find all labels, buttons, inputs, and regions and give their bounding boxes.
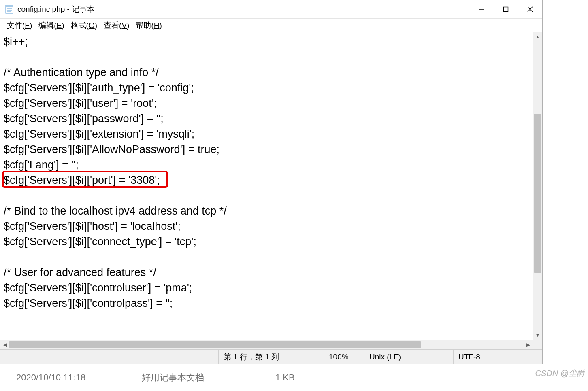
titlebar: config.inc.php - 记事本	[0, 0, 542, 19]
editor-line	[4, 49, 530, 65]
vscroll-thumb[interactable]	[534, 114, 541, 273]
status-encoding: UTF-8	[453, 350, 542, 364]
editor-line: $cfg['Servers'][$i]['AllowNoPassword'] =…	[4, 142, 530, 157]
editor-line: $cfg['Servers'][$i]['connect_type'] = 't…	[4, 234, 530, 249]
editor-line: $cfg['Servers'][$i]['host'] = 'localhost…	[4, 219, 530, 234]
close-icon	[527, 6, 533, 12]
editor-line: /* User for advanced features */	[4, 265, 530, 280]
background-cropped-row: 2020/10/10 11:18 好用记事本文档 1 KB	[0, 364, 588, 391]
menu-format[interactable]: 格式(O)	[68, 19, 100, 32]
statusbar: 第 1 行，第 1 列 100% Unix (LF) UTF-8	[0, 349, 542, 364]
editor-line: /* Authentication type and info */	[4, 65, 530, 80]
svg-rect-1	[6, 5, 13, 7]
svg-rect-6	[504, 7, 508, 12]
maximize-icon	[503, 6, 509, 12]
scroll-down-arrow-icon[interactable]: ▼	[533, 331, 542, 340]
status-position: 第 1 行，第 1 列	[218, 350, 324, 364]
menu-help[interactable]: 帮助(H)	[133, 19, 164, 32]
editor-line: $cfg['Servers'][$i]['password'] = '';	[4, 111, 530, 126]
menu-view[interactable]: 查看(V)	[101, 19, 132, 32]
maximize-button[interactable]	[494, 0, 518, 18]
editor-line: $cfg['Lang'] = '';	[4, 157, 530, 172]
scroll-up-arrow-icon[interactable]: ▲	[533, 32, 542, 41]
editor-line	[4, 188, 530, 203]
editor-line: $cfg['Servers'][$i]['extension'] = 'mysq…	[4, 126, 530, 142]
scroll-left-arrow-icon[interactable]: ◀	[0, 340, 9, 349]
menu-edit[interactable]: 编辑(E)	[36, 19, 66, 32]
notepad-icon	[4, 4, 14, 14]
status-line-ending: Unix (LF)	[364, 350, 453, 364]
editor-area: $i++; /* Authentication type and info */…	[0, 32, 542, 340]
minimize-icon	[479, 6, 484, 12]
close-button[interactable]	[518, 0, 542, 18]
menu-file[interactable]: 文件(F)	[4, 19, 34, 32]
vertical-scrollbar[interactable]: ▲ ▼	[533, 32, 542, 340]
editor-line	[4, 249, 530, 265]
hscroll-track[interactable]	[9, 340, 524, 349]
editor-line: $cfg['Servers'][$i]['auth_type'] = 'conf…	[4, 80, 530, 96]
status-zoom: 100%	[324, 350, 364, 364]
menubar: 文件(F) 编辑(E) 格式(O) 查看(V) 帮助(H)	[0, 19, 542, 32]
editor-line: $cfg['Servers'][$i]['port'] = '3308';	[4, 172, 530, 188]
window-controls	[469, 0, 542, 18]
scroll-right-arrow-icon[interactable]: ▶	[524, 340, 533, 349]
notepad-window: config.inc.php - 记事本 文件(F) 编辑(E) 格式(O) 查…	[0, 0, 543, 364]
minimize-button[interactable]	[469, 0, 494, 18]
status-empty	[0, 350, 218, 364]
vscroll-track[interactable]	[533, 41, 542, 331]
horizontal-scrollbar[interactable]: ◀ ▶	[0, 340, 542, 349]
scroll-corner	[533, 340, 542, 349]
editor-line: $cfg['Servers'][$i]['controlpass'] = '';	[4, 295, 530, 311]
bg-datetime: 2020/10/10 11:18	[16, 372, 85, 383]
text-editor[interactable]: $i++; /* Authentication type and info */…	[0, 32, 533, 340]
bg-filetype: 好用记事本文档	[142, 372, 204, 384]
window-title: config.inc.php - 记事本	[17, 4, 469, 15]
editor-line: /* Bind to the localhost ipv4 address an…	[4, 203, 530, 219]
editor-line: $cfg['Servers'][$i]['user'] = 'root';	[4, 96, 530, 111]
hscroll-thumb[interactable]	[9, 341, 421, 348]
editor-line: $cfg['Servers'][$i]['controluser'] = 'pm…	[4, 280, 530, 295]
editor-line: $i++;	[4, 34, 530, 49]
bg-size: 1 KB	[275, 372, 295, 383]
